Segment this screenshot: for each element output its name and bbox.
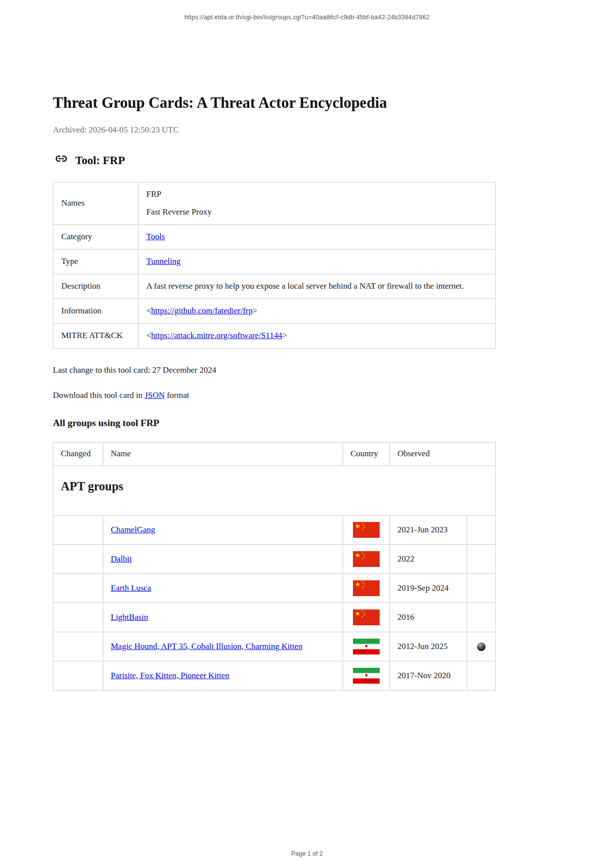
table-row: MITRE ATT&CK <https://attack.mitre.org/s… — [53, 323, 496, 348]
angle-open: < — [146, 331, 151, 340]
col-header-changed: Changed — [53, 442, 103, 466]
groups-table: Changed Name Country Observed APT groups… — [53, 442, 496, 691]
marker-cell — [467, 661, 496, 690]
marker-cell — [467, 515, 496, 544]
changed-cell — [53, 515, 103, 544]
groups-heading: All groups using tool FRP — [53, 418, 495, 429]
changed-cell — [53, 632, 103, 661]
tool-card-table: Names FRP Fast Reverse Proxy Category To… — [53, 182, 496, 348]
category-label: Category — [53, 224, 138, 249]
table-row: Type Tunneling — [53, 249, 496, 274]
changed-cell — [53, 573, 103, 603]
changed-cell — [53, 544, 103, 573]
marker-cell — [467, 573, 496, 603]
print-url-header: https://apt.etda.or.th/cgi-bin/listgroup… — [0, 0, 614, 21]
table-row: Information <https://github.com/fatedier… — [53, 299, 496, 323]
china-flag-icon — [344, 609, 389, 625]
observed-cell: 2017-Nov 2020 — [390, 661, 467, 690]
china-flag-icon — [344, 580, 389, 596]
download-note: Download this tool card in JSON format — [53, 391, 495, 400]
section-row: APT groups — [53, 466, 496, 515]
changed-cell — [53, 661, 103, 690]
group-link[interactable]: Dalbit — [111, 554, 132, 564]
group-link[interactable]: LightBasin — [111, 612, 148, 622]
mitre-value: <https://attack.mitre.org/software/S1144… — [138, 323, 496, 348]
country-cell — [343, 661, 390, 690]
observed-cell: 2016 — [390, 603, 467, 632]
iran-flag-icon — [344, 639, 389, 654]
table-row: ChamelGang 2021-Jun 2023 — [53, 515, 496, 544]
observed-cell: 2022 — [390, 544, 467, 573]
col-header-name: Name — [103, 442, 343, 466]
angle-open: < — [146, 306, 151, 315]
information-label: Information — [53, 299, 138, 323]
observed-cell: 2012-Jun 2025 — [390, 632, 467, 661]
tool-heading: Tool: FRP — [53, 153, 495, 168]
table-row: Parisite, Fox Kitten, Pioneer Kitten 201… — [53, 661, 496, 690]
country-cell — [343, 632, 390, 661]
table-row: LightBasin 2016 — [53, 603, 496, 632]
archived-timestamp: Archived: 2026-04-05 12:50:23 UTC — [53, 125, 495, 135]
download-text-suffix: format — [165, 391, 189, 400]
category-value: Tools — [138, 224, 496, 249]
tool-name-alt: Fast Reverse Proxy — [146, 207, 487, 218]
changed-cell — [53, 603, 103, 632]
type-link[interactable]: Tunneling — [146, 257, 180, 266]
page-content: Threat Group Cards: A Threat Actor Encyc… — [53, 94, 495, 691]
group-link[interactable]: Earth Lusca — [111, 583, 151, 593]
angle-close: > — [253, 306, 258, 315]
table-row: Earth Lusca 2019-Sep 2024 — [53, 573, 496, 603]
type-value: Tunneling — [138, 249, 496, 274]
description-value: A fast reverse proxy to help you expose … — [138, 274, 496, 299]
tool-heading-label: Tool: FRP — [75, 154, 125, 167]
china-flag-icon — [344, 522, 389, 538]
observed-cell: 2021-Jun 2023 — [390, 515, 467, 544]
information-link[interactable]: https://github.com/fatedier/frp — [151, 306, 253, 315]
table-row: Magic Hound, APT 35, Cobalt Illusion, Ch… — [53, 632, 496, 661]
download-text-prefix: Download this tool card in — [53, 391, 145, 400]
iran-flag-icon — [344, 668, 389, 684]
table-row: Names FRP Fast Reverse Proxy — [53, 182, 496, 225]
group-link[interactable]: ChamelGang — [111, 525, 155, 534]
names-value: FRP Fast Reverse Proxy — [138, 182, 496, 225]
page-number-footer: Page 1 of 2 — [0, 850, 614, 857]
group-link[interactable]: Magic Hound, APT 35, Cobalt Illusion, Ch… — [111, 642, 303, 651]
page-title: Threat Group Cards: A Threat Actor Encyc… — [53, 94, 495, 112]
category-link[interactable]: Tools — [146, 232, 165, 241]
tool-name: FRP — [146, 189, 487, 200]
sphere-marker-icon — [477, 643, 485, 651]
angle-close: > — [282, 331, 287, 340]
marker-cell — [467, 544, 496, 573]
table-row: Category Tools — [53, 224, 496, 249]
col-header-observed: Observed — [390, 442, 496, 466]
china-flag-icon — [344, 551, 389, 567]
country-cell — [343, 573, 390, 603]
names-label: Names — [53, 182, 138, 225]
information-value: <https://github.com/fatedier/frp> — [138, 299, 496, 323]
mitre-link[interactable]: https://attack.mitre.org/software/S1144 — [151, 331, 282, 340]
country-cell — [343, 603, 390, 632]
group-link[interactable]: Parisite, Fox Kitten, Pioneer Kitten — [111, 671, 229, 680]
col-header-country: Country — [343, 442, 390, 466]
country-cell — [343, 544, 390, 573]
country-cell — [343, 515, 390, 544]
marker-cell — [467, 603, 496, 632]
last-change-note: Last change to this tool card: 27 Decemb… — [53, 365, 495, 375]
table-header-row: Changed Name Country Observed — [53, 442, 496, 466]
description-label: Description — [53, 274, 138, 299]
observed-cell: 2019-Sep 2024 — [390, 573, 467, 603]
table-row: Dalbit 2022 — [53, 544, 496, 573]
table-row: Description A fast reverse proxy to help… — [53, 274, 496, 299]
section-label-apt-groups: APT groups — [53, 466, 496, 515]
download-json-link[interactable]: JSON — [145, 391, 165, 400]
mitre-label: MITRE ATT&CK — [53, 323, 138, 348]
marker-cell — [467, 632, 496, 661]
link-icon — [53, 153, 75, 168]
type-label: Type — [53, 249, 138, 274]
